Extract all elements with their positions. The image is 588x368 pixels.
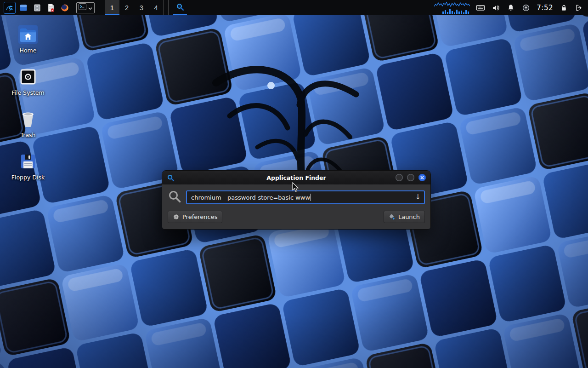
desktop-icon-label: File System [11, 89, 45, 96]
desktop-icon-file-system[interactable]: File System [8, 68, 48, 96]
panel-separator [168, 0, 169, 15]
desktop-icon-list: Home File System Trash Floppy Disk [8, 25, 48, 181]
workspace-button-4[interactable]: 4 [149, 0, 164, 15]
kali-menu-button[interactable] [3, 0, 17, 15]
volume-icon[interactable] [491, 3, 500, 13]
file-system-drive-icon [18, 68, 38, 86]
chevron-down-icon [88, 3, 92, 12]
close-icon [420, 176, 424, 179]
keyboard-indicator[interactable] [476, 3, 485, 13]
launch-icon [389, 213, 396, 220]
logout-icon[interactable] [574, 3, 583, 13]
home-folder-icon [18, 25, 38, 44]
search-input-value: chromium --password-store=basic www [191, 194, 310, 201]
trash-icon [18, 110, 38, 128]
audio-visualizer[interactable] [434, 1, 470, 14]
launch-button-label: Launch [398, 213, 420, 220]
window-manager-launcher[interactable] [17, 0, 30, 15]
firefox-icon [60, 3, 69, 12]
minimize-button[interactable] [396, 174, 403, 181]
audio-bars-graph [442, 8, 470, 14]
updates-icon[interactable] [521, 3, 531, 13]
notifications-bell-icon[interactable] [506, 3, 515, 13]
desktop-icon-floppy-disk[interactable]: Floppy Disk [8, 152, 48, 181]
audio-waveform-graph [434, 1, 470, 7]
file-manager-icon [33, 3, 42, 12]
search-input[interactable]: chromium --password-store=basic www ↓ [186, 190, 425, 204]
application-finder-window: Application Finder chromium --password-s… [162, 170, 431, 230]
panel-clock[interactable]: 7:52 [537, 4, 553, 12]
desktop-icon-trash[interactable]: Trash [8, 110, 48, 138]
file-manager-launcher[interactable] [30, 0, 44, 15]
workspace-button-1[interactable]: 1 [105, 0, 119, 15]
terminal-icon [79, 3, 86, 12]
top-panel: 1 2 3 4 7:52 [0, 0, 588, 15]
launch-button[interactable]: Launch [384, 211, 425, 223]
gear-icon [173, 213, 180, 220]
text-editor-icon [46, 3, 56, 12]
window-title: Application Finder [162, 174, 430, 181]
kali-logo-icon [4, 2, 16, 14]
window-manager-icon [19, 3, 28, 12]
workspace-button-3[interactable]: 3 [134, 0, 149, 15]
application-finder-window-icon [167, 174, 175, 182]
desktop-icon-label: Trash [20, 132, 35, 138]
application-finder-icon [176, 3, 184, 12]
preferences-button-label: Preferences [182, 213, 217, 220]
firefox-launcher[interactable] [58, 0, 72, 15]
panel-tray: 7:52 [434, 1, 585, 14]
workspace-switcher: 1 2 3 4 [105, 0, 164, 15]
desktop-icon-home[interactable]: Home [8, 25, 48, 54]
workspace-button-2[interactable]: 2 [119, 0, 134, 15]
maximize-button[interactable] [407, 174, 414, 181]
terminal-launcher[interactable] [76, 2, 95, 13]
preferences-button[interactable]: Preferences [168, 211, 222, 223]
floppy-disk-icon [18, 152, 38, 171]
window-controls [396, 174, 426, 181]
text-cursor [311, 194, 311, 201]
text-editor-launcher[interactable] [44, 0, 58, 15]
history-dropdown-icon[interactable]: ↓ [415, 194, 421, 201]
desktop-icon-label: Floppy Disk [11, 174, 45, 181]
close-button[interactable] [418, 174, 426, 181]
lock-screen-icon[interactable] [559, 3, 568, 13]
search-icon [168, 190, 181, 205]
mouse-cursor [292, 182, 300, 192]
desktop-icon-label: Home [20, 47, 37, 54]
tasklist-application-finder[interactable] [173, 0, 187, 15]
